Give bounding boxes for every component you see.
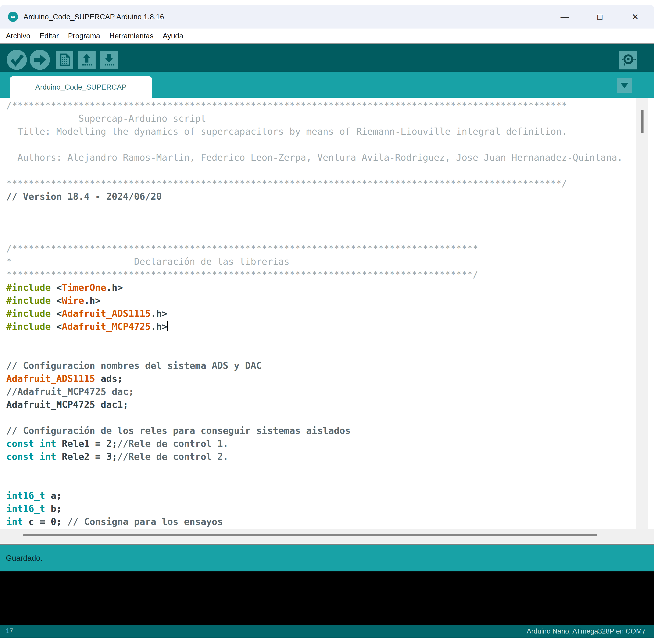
code-line: Authors: Alejandro Ramos-Martin, Federic… xyxy=(6,151,623,164)
open-sketch-button[interactable] xyxy=(78,51,96,69)
save-sketch-button[interactable] xyxy=(100,51,118,69)
horizontal-scrollbar-thumb[interactable] xyxy=(23,534,598,536)
code-line xyxy=(6,463,623,476)
window-title: Arduino_Code_SUPERCAP Arduino 1.8.16 xyxy=(23,13,164,21)
verify-button[interactable] xyxy=(7,50,27,70)
minimize-icon[interactable]: — xyxy=(558,12,571,22)
code-line xyxy=(6,411,623,424)
code-line: ****************************************… xyxy=(6,177,623,190)
code-line xyxy=(6,164,623,177)
code-line: int16_t a; xyxy=(6,489,623,502)
board-port-info: Arduino Nano, ATmega328P en COM7 xyxy=(527,627,646,635)
menu-herramientas[interactable]: Herramientas xyxy=(110,32,153,40)
tab-list-dropdown-button[interactable] xyxy=(617,78,632,93)
code-line: int c = 0; // Consigna para los ensayos xyxy=(6,515,623,528)
code-line xyxy=(6,216,623,229)
new-sketch-button[interactable] xyxy=(56,51,73,69)
tab-arduino-code-supercap[interactable]: Arduino_Code_SUPERCAP xyxy=(10,76,152,98)
menu-editar[interactable]: Editar xyxy=(40,32,59,40)
code-line: int16_t b; xyxy=(6,502,623,515)
code-line: #include <Adafruit_MCP4725.h> xyxy=(6,320,623,333)
title-bar: ∞ Arduino_Code_SUPERCAP Arduino 1.8.16 —… xyxy=(0,5,654,28)
tab-bar: Arduino_Code_SUPERCAP xyxy=(0,72,654,98)
menu-bar: Archivo Editar Programa Herramientas Ayu… xyxy=(0,28,654,43)
code-line: * Declaración de las librerias xyxy=(6,255,623,268)
code-line: #include <TimerOne.h> xyxy=(6,281,623,294)
code-line xyxy=(6,203,623,216)
window-controls: — □ ✕ xyxy=(558,5,641,28)
code-line: //Adafruit_MCP4725 dac; xyxy=(6,385,623,398)
code-line xyxy=(6,476,623,489)
code-line: /***************************************… xyxy=(6,242,623,255)
vertical-scrollbar-track[interactable] xyxy=(636,98,648,529)
code-line: /***************************************… xyxy=(6,99,623,112)
menu-ayuda[interactable]: Ayuda xyxy=(163,32,184,40)
code-line: ****************************************… xyxy=(6,268,623,281)
code-line: #include <Wire.h> xyxy=(6,294,623,307)
code-line: const int Rele2 = 3;//Rele de control 2. xyxy=(6,450,623,463)
upload-button[interactable] xyxy=(30,50,50,70)
code-line: #include <Adafruit_ADS1115.h> xyxy=(6,307,623,320)
code-editor: /***************************************… xyxy=(0,98,654,529)
vertical-scrollbar-thumb[interactable] xyxy=(641,110,644,133)
menu-programa[interactable]: Programa xyxy=(68,32,100,40)
code-line: Supercap-Arduino script xyxy=(6,112,623,125)
maximize-icon[interactable]: □ xyxy=(594,12,606,22)
code-area[interactable]: /***************************************… xyxy=(6,99,623,528)
footer-bar: 17 Arduino Nano, ATmega328P en COM7 xyxy=(0,625,654,638)
horizontal-scrollbar-track[interactable] xyxy=(0,529,654,544)
tab-label: Arduino_Code_SUPERCAP xyxy=(35,83,127,91)
arduino-logo-icon: ∞ xyxy=(8,12,18,22)
status-bar: Guardado. xyxy=(0,545,654,571)
code-line xyxy=(6,333,623,346)
cursor-line-number: 17 xyxy=(6,627,13,635)
code-line: Adafruit_MCP4725 dac1; xyxy=(6,398,623,411)
chevron-down-icon xyxy=(620,83,629,88)
code-line: // Version 18.4 - 2024/06/20 xyxy=(6,190,623,203)
status-message: Guardado. xyxy=(6,554,43,562)
code-line: // Configuracion nombres del sistema ADS… xyxy=(6,359,623,372)
code-line: Adafruit_ADS1115 ads; xyxy=(6,372,623,385)
code-line xyxy=(6,346,623,359)
text-caret xyxy=(167,321,168,331)
code-line: // Configuración de los reles para conse… xyxy=(6,424,623,437)
console-output xyxy=(0,571,654,625)
menu-archivo[interactable]: Archivo xyxy=(6,32,30,40)
code-line: Title: Modelling the dynamics of superca… xyxy=(6,125,623,138)
serial-monitor-button[interactable] xyxy=(619,51,637,69)
code-line: const int Rele1 = 2;//Rele de control 1. xyxy=(6,437,623,450)
toolbar xyxy=(0,43,654,72)
code-line xyxy=(6,229,623,242)
arduino-ide-window: ∞ Arduino_Code_SUPERCAP Arduino 1.8.16 —… xyxy=(0,0,654,644)
code-line xyxy=(6,138,623,151)
close-icon[interactable]: ✕ xyxy=(629,12,641,22)
